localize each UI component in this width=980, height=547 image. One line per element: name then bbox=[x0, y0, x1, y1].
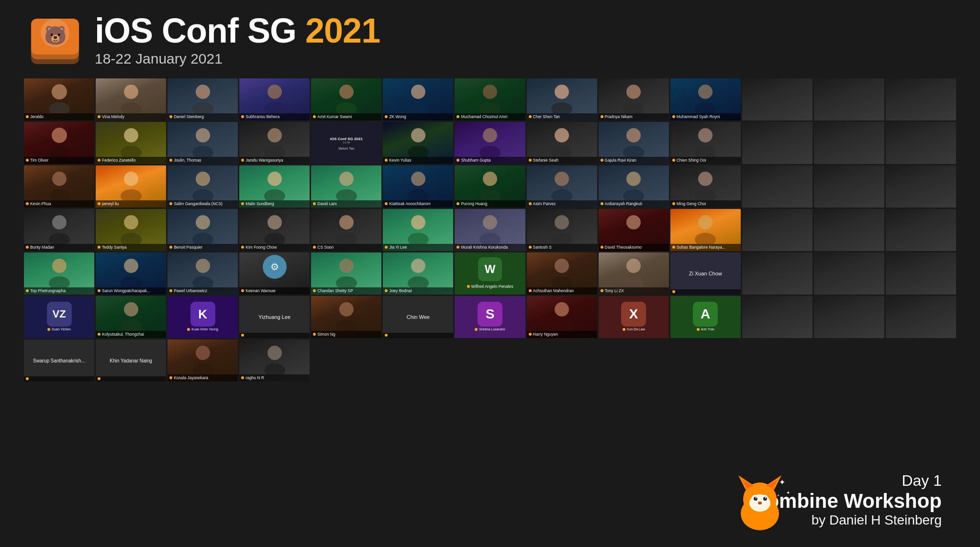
svg-point-60 bbox=[623, 189, 644, 200]
svg-point-20 bbox=[551, 102, 572, 113]
participant-cell: Yizhuang Lee bbox=[239, 296, 310, 338]
participant-cell bbox=[742, 296, 813, 338]
participant-cell bbox=[886, 296, 956, 338]
participant-cell: Suhas Bangalore Naraya... bbox=[670, 209, 741, 251]
participant-cell: Federico Zanetello bbox=[96, 122, 166, 164]
svg-point-32 bbox=[264, 146, 285, 157]
svg-text:🐻: 🐻 bbox=[44, 24, 67, 46]
participant-cell: Bunty Madan bbox=[24, 209, 94, 251]
svg-point-89 bbox=[339, 259, 354, 273]
participant-cell: Kosala Jayasekara bbox=[167, 339, 238, 382]
participant-cell: ⚙ Keenan Warouw bbox=[239, 252, 310, 295]
svg-point-83 bbox=[52, 259, 67, 273]
participant-cell bbox=[742, 165, 813, 208]
svg-point-49 bbox=[267, 172, 282, 186]
participant-cell: Khin Yadanar Naing bbox=[96, 339, 166, 382]
svg-point-63 bbox=[52, 215, 67, 230]
participant-cell: S Shelina Lusandro bbox=[455, 296, 525, 338]
participant-cell: Joey Bodnar bbox=[383, 252, 453, 295]
svg-point-92 bbox=[408, 276, 429, 287]
conference-date: 18-22 January 2021 bbox=[95, 51, 380, 67]
participant-cell: Malin Sundberg bbox=[239, 165, 310, 208]
svg-point-51 bbox=[339, 172, 354, 186]
participant-cell: Subhransu Behera bbox=[239, 78, 310, 120]
participant-cell: X Xun Da Law bbox=[599, 296, 669, 338]
svg-point-37 bbox=[555, 128, 569, 142]
participant-cell bbox=[814, 296, 884, 338]
svg-point-91 bbox=[411, 259, 425, 273]
participant-cell bbox=[886, 78, 956, 120]
svg-point-15 bbox=[411, 85, 425, 99]
svg-point-27 bbox=[124, 128, 138, 142]
svg-point-47 bbox=[196, 172, 210, 186]
participant-cell: Simon Ng bbox=[311, 296, 381, 338]
participant-cell: Purong Huang bbox=[455, 165, 525, 208]
svg-point-84 bbox=[49, 276, 70, 287]
svg-point-76 bbox=[479, 233, 501, 244]
participant-cell: Kiattisak Anoochitarom bbox=[383, 165, 453, 208]
svg-point-33 bbox=[411, 128, 425, 142]
participant-cell: ZK Wong bbox=[383, 78, 453, 120]
title-block: iOS Conf SG 2021 18-22 January 2021 bbox=[95, 13, 380, 67]
svg-point-96 bbox=[623, 276, 644, 287]
svg-point-90 bbox=[336, 276, 357, 287]
svg-point-120 bbox=[758, 502, 762, 504]
participant-zi-xuan: Zi Xuan Chow bbox=[670, 252, 741, 295]
svg-point-72 bbox=[336, 233, 357, 244]
svg-point-68 bbox=[192, 233, 213, 244]
participant-cell: Top Phetrungnapha bbox=[24, 252, 94, 295]
participant-cell bbox=[886, 252, 956, 295]
svg-point-21 bbox=[626, 85, 641, 99]
svg-point-46 bbox=[121, 189, 142, 200]
svg-point-93 bbox=[555, 259, 569, 273]
participant-cell: Kevin Phua bbox=[24, 165, 94, 208]
participant-cell: Stefanie Seah bbox=[527, 122, 597, 164]
participant-cell: Jia Yi Lee bbox=[383, 209, 453, 251]
svg-point-64 bbox=[49, 233, 70, 244]
participant-cell: Shubham Gupta bbox=[455, 122, 525, 164]
svg-point-7 bbox=[124, 85, 138, 99]
svg-point-105 bbox=[267, 346, 282, 360]
svg-point-9 bbox=[196, 85, 210, 99]
header: 🐻 iOS Conf SG 2021 18-22 January 2021 bbox=[0, 0, 980, 77]
conference-title: iOS Conf SG 2021 bbox=[95, 13, 380, 48]
svg-point-77 bbox=[555, 215, 569, 230]
participant-cell: Muchamad Chozinul Amri bbox=[455, 78, 525, 120]
svg-point-30 bbox=[192, 146, 213, 157]
participant-cell: Pawel Urbanowicz bbox=[167, 252, 238, 295]
svg-point-42 bbox=[695, 146, 716, 157]
svg-point-44 bbox=[49, 189, 70, 200]
svg-point-12 bbox=[264, 102, 285, 113]
participant-cell: Murali Krishna Korukonda bbox=[455, 209, 525, 251]
svg-point-39 bbox=[626, 128, 641, 142]
svg-point-67 bbox=[196, 215, 210, 230]
svg-point-18 bbox=[479, 102, 501, 113]
participant-cell bbox=[814, 209, 884, 251]
svg-text:✦: ✦ bbox=[779, 478, 785, 486]
participant-cell: Pradnya Nikam bbox=[599, 78, 669, 120]
svg-point-119 bbox=[765, 497, 767, 499]
empty-cell bbox=[886, 339, 956, 382]
svg-point-13 bbox=[339, 85, 354, 99]
participant-cell bbox=[814, 78, 884, 120]
participant-cell: David Theosaksomo bbox=[599, 209, 669, 251]
svg-point-50 bbox=[264, 189, 285, 200]
svg-point-23 bbox=[698, 85, 713, 99]
svg-point-26 bbox=[49, 146, 70, 157]
svg-point-48 bbox=[192, 189, 213, 200]
svg-point-34 bbox=[408, 146, 429, 157]
participant-cell: Muhammad Syah Royni bbox=[670, 78, 741, 120]
svg-point-71 bbox=[339, 215, 354, 230]
empty-cell bbox=[670, 339, 741, 382]
participant-cell: Ardiansyah Rangkuti bbox=[599, 165, 669, 208]
svg-text:✦: ✦ bbox=[777, 493, 780, 498]
participant-cell: Ming Geng Choi bbox=[670, 165, 741, 208]
participant-cell: Tony Li ZX bbox=[599, 252, 669, 295]
participant-cell bbox=[742, 122, 813, 164]
svg-point-66 bbox=[121, 233, 142, 244]
participant-cell: Kevin Yulias bbox=[383, 122, 453, 164]
svg-point-43 bbox=[52, 172, 67, 186]
participant-cell: Tim Oliver bbox=[24, 122, 94, 164]
svg-point-85 bbox=[124, 259, 138, 273]
svg-point-73 bbox=[411, 215, 425, 230]
